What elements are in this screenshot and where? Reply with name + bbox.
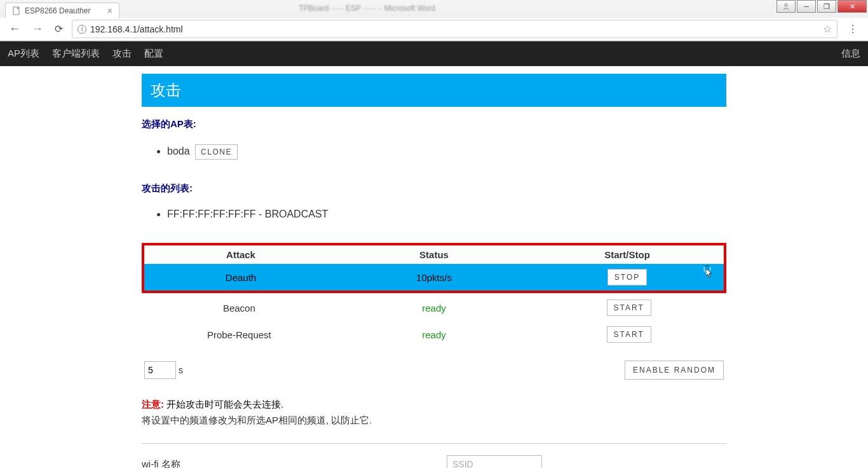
reload-icon[interactable]: ⟳: [52, 23, 65, 35]
address-bar[interactable]: i 192.168.4.1/attack.html ☆: [72, 20, 837, 38]
back-icon[interactable]: ←: [6, 22, 23, 36]
background-window-text: TPBoard ······ ESP ······ ·· Microsoft W…: [299, 4, 435, 13]
highlighted-attack-box: Attack Status Start/Stop Deauth 10pkts/s…: [142, 243, 726, 293]
nav-client-list[interactable]: 客户端列表: [52, 48, 100, 60]
table-header-row: Attack Status Start/Stop: [144, 245, 724, 264]
ssid-input[interactable]: [447, 455, 542, 468]
browser-nav-bar: ← → ⟳ i 192.168.4.1/attack.html ☆ ⋮: [0, 18, 868, 41]
browser-chrome: ESP8266 Deauther × TPBoard ······ ESP ··…: [0, 0, 868, 41]
nav-info[interactable]: 信息: [841, 48, 860, 60]
note-block: 注意: 开始攻击时可能会失去连接. 将设置中的频道修改为和所选AP相同的频道, …: [142, 399, 726, 427]
th-status: Status: [337, 245, 531, 264]
attack-action-cell: START: [531, 321, 726, 348]
bookmark-star-icon[interactable]: ☆: [823, 23, 832, 35]
separator: [142, 443, 726, 444]
attack-name: Probe-Request: [142, 321, 337, 348]
list-item: boda CLONE: [167, 141, 726, 163]
window-maximize-icon[interactable]: ❐: [817, 0, 836, 13]
attack-list-label: 攻击的列表:: [142, 182, 726, 195]
page-icon: [12, 6, 21, 15]
window-controls: ─ ❐ ✕: [776, 0, 867, 13]
stop-button[interactable]: STOP: [607, 269, 647, 286]
attack-status: ready: [337, 294, 532, 321]
table-row: Beacon ready START: [142, 294, 726, 321]
tab-bar: ESP8266 Deauther × TPBoard ······ ESP ··…: [0, 0, 868, 18]
list-item: FF:FF:FF:FF:FF:FF - BROADCAST: [167, 205, 726, 224]
attack-name: Deauth: [144, 264, 337, 291]
url-text: 192.168.4.1/attack.html: [90, 24, 183, 34]
cursor-icon: [703, 265, 711, 275]
note-label: 注意:: [142, 399, 164, 410]
wifi-label: wi-fi 名称: [142, 458, 447, 469]
th-attack: Attack: [144, 245, 337, 264]
attack-action-cell: STOP: [531, 264, 724, 291]
window-user-icon[interactable]: [776, 0, 796, 13]
window-minimize-icon[interactable]: ─: [797, 0, 816, 13]
interval-unit: s: [179, 365, 183, 375]
attack-status: ready: [337, 321, 532, 348]
ap-name: boda: [167, 146, 190, 156]
svg-point-1: [785, 4, 787, 6]
controls-row: s ENABLE RANDOM: [142, 361, 726, 380]
th-startstop: Start/Stop: [531, 245, 724, 264]
attack-target-list: FF:FF:FF:FF:FF:FF - BROADCAST: [142, 205, 726, 224]
enable-random-button[interactable]: ENABLE RANDOM: [625, 361, 724, 380]
attack-table: Attack Status Start/Stop Deauth 10pkts/s…: [144, 245, 724, 291]
attack-status: 10pkts/s: [337, 264, 531, 291]
window-close-icon[interactable]: ✕: [837, 0, 867, 13]
forward-icon[interactable]: →: [29, 22, 46, 36]
clone-button[interactable]: CLONE: [195, 144, 238, 160]
note-text: 开始攻击时可能会失去连接.: [166, 399, 283, 410]
selected-ap-list: boda CLONE: [142, 141, 726, 163]
browser-menu-icon[interactable]: ⋮: [844, 23, 862, 35]
start-button[interactable]: START: [607, 299, 651, 316]
tab-title: ESP8266 Deauther: [25, 6, 90, 15]
attack-name: Beacon: [142, 294, 337, 321]
selected-ap-label: 选择的AP表:: [142, 118, 726, 130]
site-info-icon[interactable]: i: [78, 25, 86, 34]
attack-action-cell: START: [531, 294, 726, 321]
wifi-name-row: wi-fi 名称: [142, 455, 726, 468]
attack-table-rest: Beacon ready START Probe-Request ready S…: [142, 294, 726, 348]
table-row: Probe-Request ready START: [142, 321, 726, 348]
interval-input[interactable]: [144, 361, 176, 379]
nav-attack[interactable]: 攻击: [112, 48, 132, 60]
browser-tab[interactable]: ESP8266 Deauther ×: [5, 3, 119, 18]
tab-close-icon[interactable]: ×: [107, 6, 112, 16]
page-nav: AP列表 客户端列表 攻击 配置 信息: [0, 41, 868, 66]
page-title: 攻击: [142, 74, 726, 107]
nav-ap-list[interactable]: AP列表: [8, 48, 39, 60]
page-content: 攻击 选择的AP表: boda CLONE 攻击的列表: FF:FF:FF:FF…: [142, 66, 726, 468]
table-row: Deauth 10pkts/s STOP: [144, 264, 724, 291]
start-button[interactable]: START: [607, 326, 651, 343]
note-sub: 将设置中的频道修改为和所选AP相同的频道, 以防止它.: [142, 415, 726, 427]
nav-config[interactable]: 配置: [144, 48, 163, 60]
